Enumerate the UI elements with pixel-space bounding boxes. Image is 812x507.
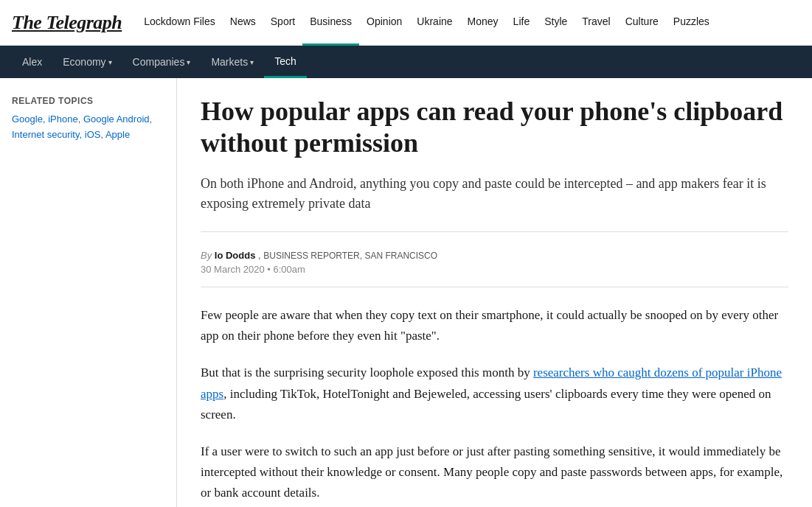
article-byline-section: By Io Dodds , Business Reporter, San Fra… <box>201 250 788 287</box>
article-sidebar: Related Topics Google, iPhone, Google An… <box>0 78 177 507</box>
main-nav-item-news[interactable]: News <box>223 0 263 46</box>
related-tag-ios[interactable]: iOS <box>85 129 101 140</box>
chevron-down-icon: ▾ <box>187 58 190 66</box>
chevron-down-icon: ▾ <box>250 58 254 66</box>
main-nav-link-culture[interactable]: Culture <box>618 0 666 46</box>
related-tag-google[interactable]: Google <box>12 113 43 125</box>
byline-role: Business Reporter, San Francisco <box>263 251 437 261</box>
byline-by: By <box>201 250 212 261</box>
main-nav-link-sport[interactable]: Sport <box>263 0 302 46</box>
sub-nav-link-companies[interactable]: Companies ▾ <box>122 46 201 78</box>
chevron-down-icon: ▾ <box>108 58 112 66</box>
related-tag-google-android[interactable]: Google Android <box>83 113 150 125</box>
article-link-1[interactable]: researchers who caught dozens of popular… <box>201 366 782 400</box>
article-headline: How popular apps can read your phone's c… <box>201 96 788 159</box>
main-nav-link-lockdown-files[interactable]: Lockdown Files <box>136 0 223 46</box>
related-tag-internet-security[interactable]: Internet security <box>12 129 80 140</box>
article-container: Related Topics Google, iPhone, Google An… <box>0 78 812 507</box>
main-nav-item-style[interactable]: Style <box>537 0 575 46</box>
site-logo[interactable]: The Telegraph <box>12 12 122 34</box>
main-nav-link-style[interactable]: Style <box>537 0 575 46</box>
sub-nav-link-markets[interactable]: Markets ▾ <box>201 46 264 78</box>
sub-nav-link-tech[interactable]: Tech <box>264 46 307 78</box>
main-nav-item-opinion[interactable]: Opinion <box>359 0 409 46</box>
main-nav-link-puzzles[interactable]: Puzzles <box>666 0 717 46</box>
main-nav-link-ukraine[interactable]: Ukraine <box>409 0 459 46</box>
main-nav-link-news[interactable]: News <box>223 0 263 46</box>
top-navigation: The Telegraph Lockdown FilesNewsSportBus… <box>0 0 812 46</box>
main-nav-link-travel[interactable]: Travel <box>575 0 617 46</box>
main-nav-item-business[interactable]: Business <box>302 0 359 46</box>
main-nav-item-ukraine[interactable]: Ukraine <box>409 0 459 46</box>
main-nav-link-life[interactable]: Life <box>506 0 538 46</box>
article-standfirst: On both iPhone and Android, anything you… <box>201 174 788 232</box>
main-nav-item-travel[interactable]: Travel <box>575 0 617 46</box>
sub-nav-item-companies[interactable]: Companies ▾ <box>122 46 201 78</box>
sub-nav-link-alex[interactable]: Alex <box>12 46 52 78</box>
byline-author[interactable]: Io Dodds <box>215 250 256 261</box>
main-nav-item-culture[interactable]: Culture <box>618 0 666 46</box>
main-nav-item-sport[interactable]: Sport <box>263 0 302 46</box>
sub-navigation: AlexEconomy ▾Companies ▾Markets ▾Tech <box>0 46 812 78</box>
article-main: How popular apps can read your phone's c… <box>177 78 812 507</box>
related-tag-apple[interactable]: Apple <box>105 129 130 140</box>
sub-nav-item-tech[interactable]: Tech <box>264 46 307 78</box>
logo-text: The Telegraph <box>12 12 122 34</box>
sub-nav-item-alex[interactable]: Alex <box>12 46 52 78</box>
article-paragraph-2: But that is the surprising security loop… <box>201 363 788 424</box>
sub-nav-list: AlexEconomy ▾Companies ▾Markets ▾Tech <box>12 46 307 78</box>
sub-nav-item-markets[interactable]: Markets ▾ <box>201 46 264 78</box>
article-paragraph-1: Few people are aware that when they copy… <box>201 305 788 346</box>
sub-nav-link-economy[interactable]: Economy ▾ <box>52 46 122 78</box>
related-topics-label: Related Topics <box>12 96 164 106</box>
article-body: Few people are aware that when they copy… <box>201 305 788 503</box>
sub-nav-item-economy[interactable]: Economy ▾ <box>52 46 122 78</box>
related-topics-tags: Google, iPhone, Google Android, Internet… <box>12 112 164 143</box>
main-nav-link-opinion[interactable]: Opinion <box>359 0 409 46</box>
main-nav-item-money[interactable]: Money <box>460 0 506 46</box>
article-date: 30 March 2020 • 6:00am <box>201 264 788 275</box>
main-nav-link-business[interactable]: Business <box>302 0 359 46</box>
related-tag-iphone[interactable]: iPhone <box>48 113 77 125</box>
main-nav-item-puzzles[interactable]: Puzzles <box>666 0 717 46</box>
article-paragraph-3: If a user were to switch to such an app … <box>201 441 788 503</box>
main-nav-link-money[interactable]: Money <box>460 0 506 46</box>
main-nav-list: Lockdown FilesNewsSportBusinessOpinionUk… <box>136 0 717 46</box>
article-byline: By Io Dodds , Business Reporter, San Fra… <box>201 250 788 261</box>
main-nav-item-life[interactable]: Life <box>506 0 538 46</box>
main-nav-item-lockdown-files[interactable]: Lockdown Files <box>136 0 223 46</box>
